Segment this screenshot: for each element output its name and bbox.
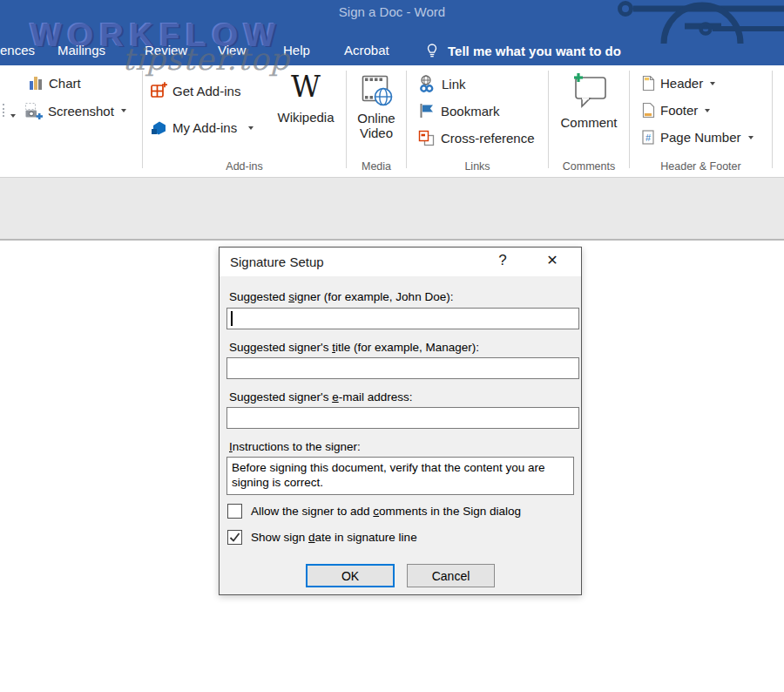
get-add-ins-button[interactable]: Get Add-ins xyxy=(150,82,240,99)
allow-comments-label: Allow the signer to add comments in the … xyxy=(251,504,521,519)
watermark-tipster: tipster.top xyxy=(122,42,290,77)
dropdown-arrow-icon xyxy=(121,109,126,112)
group-label-media: Media xyxy=(347,160,406,173)
screenshot-button[interactable]: Screenshot xyxy=(24,102,126,119)
link-label: Link xyxy=(442,77,466,92)
dialog-title: Signature Setup xyxy=(230,254,324,269)
checkbox-checked-icon[interactable] xyxy=(227,530,242,545)
screenshot-label: Screenshot xyxy=(48,104,114,119)
wikipedia-label: Wikipedia xyxy=(277,110,334,125)
group-divider xyxy=(548,71,549,168)
page-number-button[interactable]: # Page Number xyxy=(641,129,754,146)
wikipedia-button[interactable]: W Wikipedia xyxy=(272,72,340,125)
group-label-links: Links xyxy=(407,160,548,173)
tell-me-label: Tell me what you want to do xyxy=(448,44,621,58)
instructions-label: Instructions to the signer: xyxy=(229,440,361,453)
tab-mailings[interactable]: Mailings xyxy=(57,36,105,65)
group-divider xyxy=(142,71,143,168)
cross-reference-label: Cross-reference xyxy=(441,131,535,146)
dropdown-arrow-icon xyxy=(705,109,710,112)
show-sign-date-checkbox-row[interactable]: Show sign date in signature line xyxy=(227,530,417,545)
my-add-ins-button[interactable]: My Add-ins xyxy=(150,119,253,136)
my-add-ins-label: My Add-ins xyxy=(172,120,237,135)
group-label-add-ins: Add-ins xyxy=(143,160,346,173)
group-divider xyxy=(629,71,630,168)
page-number-icon: # xyxy=(641,129,655,146)
bookmark-button[interactable]: Bookmark xyxy=(418,102,500,119)
help-icon[interactable]: ? xyxy=(493,252,512,271)
link-button[interactable]: Link xyxy=(418,75,466,93)
group-divider xyxy=(406,71,407,168)
signer-title-input[interactable] xyxy=(226,357,579,379)
signer-title-label: Suggested signer's title (for example, M… xyxy=(229,341,479,354)
close-icon[interactable]: ✕ xyxy=(542,252,563,271)
partial-button-edge xyxy=(0,104,4,117)
dropdown-arrow-icon xyxy=(710,82,715,85)
wikipedia-icon: W xyxy=(291,72,321,102)
dropdown-arrow-icon xyxy=(748,136,754,139)
text-caret xyxy=(231,311,233,326)
group-label-header-footer: Header & Footer xyxy=(630,160,772,173)
suggested-signer-label: Suggested signer (for example, John Doe)… xyxy=(229,290,453,303)
footer-label: Footer xyxy=(660,103,698,118)
signer-email-label: Suggested signer's e-mail address: xyxy=(229,390,412,404)
tab-acrobat[interactable]: Acrobat xyxy=(344,36,389,65)
dropdown-arrow-icon[interactable] xyxy=(10,114,16,118)
instructions-textarea[interactable]: Before signing this document, verify tha… xyxy=(226,457,574,495)
get-add-ins-label: Get Add-ins xyxy=(172,84,240,98)
header-icon xyxy=(641,75,655,92)
cross-reference-icon xyxy=(417,129,436,147)
link-icon xyxy=(418,75,436,93)
cross-reference-button[interactable]: Cross-reference xyxy=(417,129,535,147)
header-label: Header xyxy=(660,76,703,91)
show-sign-date-label: Show sign date in signature line xyxy=(251,530,417,545)
footer-icon xyxy=(641,102,655,119)
lightbulb-icon xyxy=(424,42,440,59)
online-video-icon xyxy=(359,73,394,108)
bookmark-icon xyxy=(418,102,436,119)
collapsed-document-strip xyxy=(0,178,784,241)
tell-me-box[interactable]: Tell me what you want to do xyxy=(424,36,621,65)
suggested-signer-input[interactable] xyxy=(226,308,579,329)
ribbon: Chart Screenshot Get Add-ins xyxy=(0,65,784,178)
ribbon-tab-row: ences Mailings Review View Help Acrobat … xyxy=(0,36,784,65)
group-label-comments: Comments xyxy=(549,160,629,173)
my-add-ins-icon xyxy=(150,119,167,136)
footer-button[interactable]: Footer xyxy=(641,102,710,119)
chart-label: Chart xyxy=(49,76,81,91)
online-video-button[interactable]: Online Video xyxy=(350,73,402,140)
get-add-ins-icon xyxy=(150,82,167,99)
page-number-label: Page Number xyxy=(660,130,741,145)
bookmark-label: Bookmark xyxy=(441,104,500,119)
comment-button[interactable]: Comment xyxy=(551,72,626,130)
dialog-title-bar[interactable]: Signature Setup ? ✕ xyxy=(220,248,581,276)
header-button[interactable]: Header xyxy=(641,75,715,92)
allow-comments-checkbox-row[interactable]: Allow the signer to add comments in the … xyxy=(227,504,521,519)
ok-button[interactable]: OK xyxy=(306,564,395,587)
dropdown-arrow-icon xyxy=(248,126,253,130)
chart-icon xyxy=(29,75,44,91)
cancel-button[interactable]: Cancel xyxy=(407,564,495,587)
signature-setup-dialog: Signature Setup ? ✕ Suggested signer (fo… xyxy=(219,247,582,595)
screenshot-icon xyxy=(24,102,43,119)
svg-text:#: # xyxy=(645,132,652,143)
window-title: Sign a Doc - Word xyxy=(0,4,784,19)
signer-email-input[interactable] xyxy=(226,407,579,429)
chart-button[interactable]: Chart xyxy=(29,75,81,91)
new-comment-icon xyxy=(568,72,610,109)
checkbox-unchecked-icon[interactable] xyxy=(227,504,242,519)
group-divider xyxy=(772,71,773,168)
online-video-label: Online Video xyxy=(354,111,399,140)
tab-references-partial[interactable]: ences xyxy=(0,36,35,65)
group-divider xyxy=(346,71,347,168)
comment-label: Comment xyxy=(560,115,617,130)
